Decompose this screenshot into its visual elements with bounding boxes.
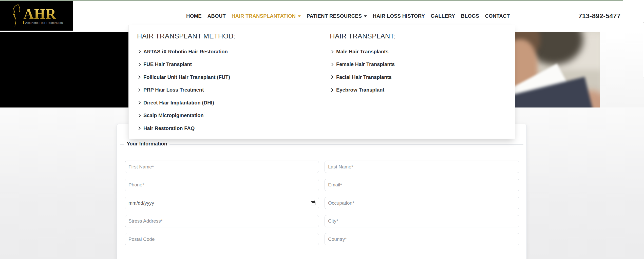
logo-acronym: AHR xyxy=(23,7,56,21)
phone-input[interactable] xyxy=(125,179,319,191)
nav-item-label: CONTACT xyxy=(485,13,510,19)
street-address-input[interactable] xyxy=(125,215,319,227)
nav-item-gallery[interactable]: GALLERY xyxy=(431,13,455,19)
caret-down-icon xyxy=(364,15,367,17)
city-input[interactable] xyxy=(325,215,519,227)
menu-item-scalp-micropigmentation[interactable]: Scalp Micropigmentation xyxy=(137,109,235,122)
nav-item-contact[interactable]: CONTACT xyxy=(485,13,510,19)
chevron-right-icon xyxy=(137,101,141,104)
last-name-input[interactable] xyxy=(325,161,519,173)
nav-item-label: HAIR LOSS HISTORY xyxy=(373,13,425,19)
menu-item-label: FUE Hair Transplant xyxy=(143,61,192,67)
dropdown-heading: HAIR TRANSPLANT: xyxy=(330,32,395,40)
dropdown-list: ARTAS iX Robotic Hair Restoration FUE Ha… xyxy=(137,45,235,135)
nav-item-label: HAIR TRANSPLANTATION xyxy=(232,13,296,19)
date-placeholder: mm/dd/yyyy xyxy=(128,200,154,206)
chevron-right-icon xyxy=(330,63,333,66)
menu-item-label: Scalp Micropigmentation xyxy=(143,113,204,118)
menu-item-fut[interactable]: Follicular Unit Hair Transplant (FUT) xyxy=(137,71,235,84)
logo[interactable]: AHR Aesthetic Hair Restoration xyxy=(0,1,73,31)
chevron-right-icon xyxy=(137,88,141,92)
nav-item-about[interactable]: ABOUT xyxy=(207,13,226,19)
menu-item-male-hair-transplants[interactable]: Male Hair Transplants xyxy=(330,45,395,58)
menu-item-hair-restoration-faq[interactable]: Hair Restoration FAQ xyxy=(137,122,235,135)
chevron-right-icon xyxy=(330,88,333,92)
nav-item-label: HOME xyxy=(186,13,202,19)
dropdown-column-transplant: HAIR TRANSPLANT: Male Hair Transplants F… xyxy=(330,25,395,96)
calendar-icon[interactable] xyxy=(311,201,315,205)
menu-item-label: Facial Hair Transplants xyxy=(336,74,392,80)
logo-face-icon xyxy=(10,3,23,28)
nav-item-label: ABOUT xyxy=(207,13,226,19)
menu-item-artas-ix[interactable]: ARTAS iX Robotic Hair Restoration xyxy=(137,45,235,58)
nav-item-hair-loss-history[interactable]: HAIR LOSS HISTORY xyxy=(373,13,425,19)
occupation-input[interactable] xyxy=(325,197,519,209)
menu-item-female-hair-transplants[interactable]: Female Hair Transplants xyxy=(330,58,395,71)
hair-transplantation-dropdown: HAIR TRANSPLANT METHOD: ARTAS iX Robotic… xyxy=(128,25,515,139)
nav-item-patient-resources[interactable]: PATIENT RESOURCES xyxy=(307,13,367,19)
menu-item-label: Direct Hair Implantation (DHI) xyxy=(143,100,214,106)
menu-item-label: Hair Restoration FAQ xyxy=(143,125,195,131)
logo-text: AHR Aesthetic Hair Restoration xyxy=(23,7,63,24)
nav-item-label: BLOGS xyxy=(461,13,479,19)
menu-item-fue[interactable]: FUE Hair Transplant xyxy=(137,58,235,71)
menu-item-facial-hair-transplants[interactable]: Facial Hair Transplants xyxy=(330,71,395,84)
caret-down-icon xyxy=(298,15,301,17)
menu-item-label: Male Hair Transplants xyxy=(336,49,389,55)
nav-item-blogs[interactable]: BLOGS xyxy=(461,13,479,19)
chevron-right-icon xyxy=(330,50,333,53)
menu-item-label: Follicular Unit Hair Transplant (FUT) xyxy=(143,74,230,80)
dropdown-column-method: HAIR TRANSPLANT METHOD: ARTAS iX Robotic… xyxy=(137,25,235,135)
menu-item-prp[interactable]: PRP Hair Loss Treatment xyxy=(137,84,235,97)
chevron-right-icon xyxy=(330,75,333,79)
menu-item-label: Eyebrow Transplant xyxy=(336,87,384,93)
dropdown-list: Male Hair Transplants Female Hair Transp… xyxy=(330,45,395,96)
chevron-right-icon xyxy=(137,75,141,79)
chevron-right-icon xyxy=(137,63,141,66)
chevron-right-icon xyxy=(137,114,141,117)
phone-number[interactable]: 713-892-5477 xyxy=(578,0,621,32)
nav-item-label: GALLERY xyxy=(431,13,455,19)
chevron-right-icon xyxy=(137,50,141,53)
menu-item-label: Female Hair Transplants xyxy=(336,61,395,67)
logo-tagline: Aesthetic Hair Restoration xyxy=(23,21,63,24)
date-of-birth-input[interactable]: mm/dd/yyyy xyxy=(125,197,319,209)
hero-photo xyxy=(515,32,600,107)
menu-item-label: PRP Hair Loss Treatment xyxy=(143,87,204,93)
nav-item-label: PATIENT RESOURCES xyxy=(307,13,362,19)
scrollbar[interactable] xyxy=(643,22,644,77)
country-input[interactable] xyxy=(325,233,519,245)
dropdown-heading: HAIR TRANSPLANT METHOD: xyxy=(137,32,235,40)
logo-inner: AHR Aesthetic Hair Restoration xyxy=(10,3,63,28)
page: AHR Aesthetic Hair Restoration HOME ABOU… xyxy=(0,0,644,259)
menu-item-label: ARTAS iX Robotic Hair Restoration xyxy=(143,49,228,55)
menu-item-dhi[interactable]: Direct Hair Implantation (DHI) xyxy=(137,96,235,109)
email-input[interactable] xyxy=(325,179,519,191)
menu-item-eyebrow-transplant[interactable]: Eyebrow Transplant xyxy=(330,84,395,97)
hero-right-spacer xyxy=(600,32,644,107)
contact-form-card: Your Information mm/dd/yyyy xyxy=(117,124,527,259)
first-name-input[interactable] xyxy=(125,161,319,173)
top-accent-strip xyxy=(0,0,623,1)
chevron-right-icon xyxy=(137,126,141,130)
your-information-fieldset: Your Information xyxy=(120,144,523,145)
fieldset-legend: Your Information xyxy=(124,141,169,147)
postal-code-input[interactable] xyxy=(125,233,319,245)
nav-item-hair-transplantation[interactable]: HAIR TRANSPLANTATION xyxy=(232,13,301,19)
nav-item-home[interactable]: HOME xyxy=(186,13,202,19)
